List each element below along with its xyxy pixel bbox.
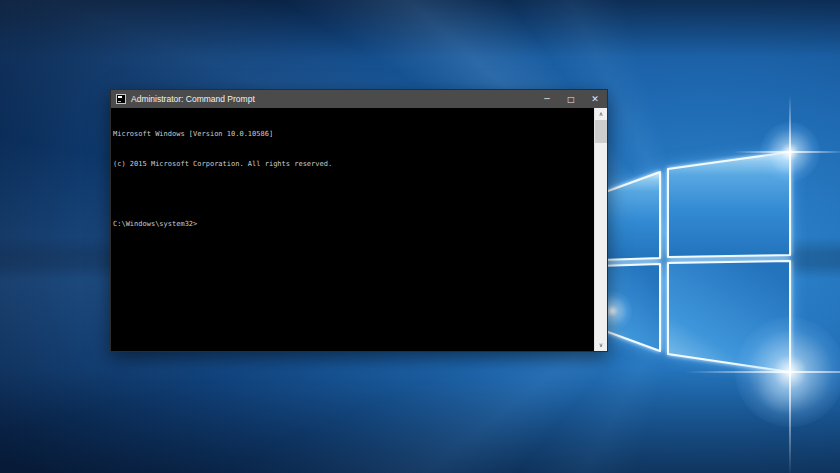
scrollbar-down-icon[interactable]: ∨ — [595, 339, 607, 351]
minimize-button[interactable]: ─ — [535, 90, 559, 108]
console-line-version: Microsoft Windows [Version 10.0.10586] — [113, 129, 591, 139]
scrollbar[interactable]: ∧ ∨ — [594, 108, 607, 351]
cmd-window: Administrator: Command Prompt ─ □ ✕ Micr… — [110, 89, 608, 352]
scrollbar-up-icon[interactable]: ∧ — [595, 108, 607, 120]
console-prompt-line: C:\Windows\system32> — [113, 219, 591, 229]
console-area[interactable]: Microsoft Windows [Version 10.0.10586] (… — [111, 108, 607, 351]
desktop: Administrator: Command Prompt ─ □ ✕ Micr… — [0, 0, 840, 473]
minimize-icon: ─ — [544, 96, 549, 102]
close-button[interactable]: ✕ — [583, 90, 607, 108]
scrollbar-thumb[interactable] — [595, 120, 607, 143]
close-icon: ✕ — [591, 94, 599, 104]
cmd-prompt-icon[interactable] — [116, 94, 126, 104]
console-line-copyright: (c) 2015 Microsoft Corporation. All righ… — [113, 159, 591, 169]
console-line-blank — [113, 189, 591, 199]
caption-buttons: ─ □ ✕ — [535, 90, 607, 108]
titlebar[interactable]: Administrator: Command Prompt ─ □ ✕ — [111, 90, 607, 108]
console-output: Microsoft Windows [Version 10.0.10586] (… — [113, 109, 591, 249]
maximize-icon: □ — [567, 95, 575, 104]
window-title: Administrator: Command Prompt — [131, 90, 255, 108]
maximize-button[interactable]: □ — [559, 90, 583, 108]
